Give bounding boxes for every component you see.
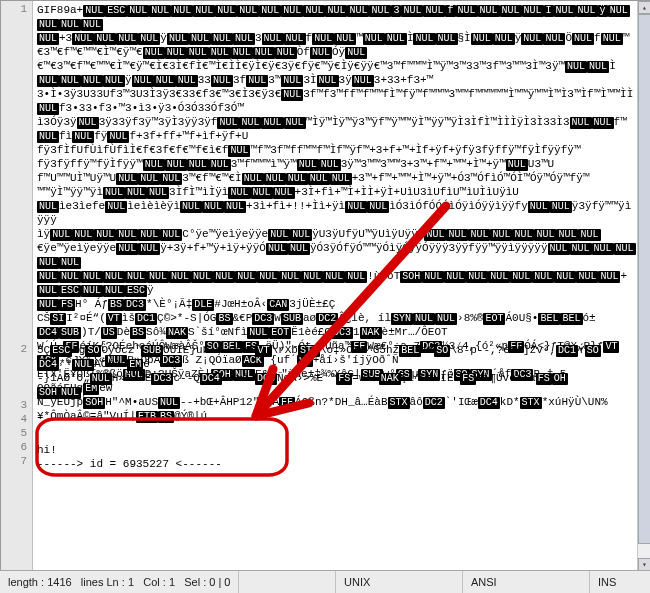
text-content[interactable]: GIF89a+NULESCNULNULNULNULNULNULNULNULNUL… — [37, 3, 637, 569]
line-number-gutter: 1 2 3 4 5 6 7 — [1, 1, 33, 571]
line-number: 5 — [1, 427, 27, 439]
vertical-scrollbar[interactable]: ▴ ▾ — [637, 1, 650, 571]
status-spacer — [239, 571, 336, 593]
scrollbar-thumb[interactable] — [638, 14, 650, 544]
line-number: 4 — [1, 413, 27, 425]
blank-line — [37, 401, 222, 415]
line-number: 2 — [1, 343, 27, 355]
lines-label: lines — [81, 576, 104, 588]
lines-value: Ln : 1 — [107, 576, 135, 588]
hidden-message-hi: hi! — [37, 443, 222, 457]
sel-label: Sel : — [184, 576, 206, 588]
status-bar: length : 1416 lines Ln : 1 Col : 1 Sel :… — [0, 570, 650, 593]
col-value: 1 — [169, 576, 175, 588]
blank-line — [37, 415, 222, 429]
blank-line — [37, 429, 222, 443]
col-label: Col : — [143, 576, 166, 588]
length-value: 1416 — [47, 576, 71, 588]
hidden-message-id: ------> id = 6935227 <------ — [37, 457, 222, 471]
editor-pane: 1 2 3 4 5 6 7 GIF89a+NULESCNULNULNULNULN… — [0, 0, 650, 572]
line-number: 1 — [1, 3, 27, 15]
length-label: length : — [8, 576, 44, 588]
status-encoding: ANSI — [463, 571, 590, 593]
status-mode: INS — [590, 571, 650, 593]
status-eol: UNIX — [336, 571, 463, 593]
status-length: length : 1416 lines Ln : 1 Col : 1 Sel :… — [0, 571, 239, 593]
line-number: 3 — [1, 399, 27, 411]
binary-line-2: 5ÇESCkgSOÒÿöczˆSUBÔUÌE}uÞ¹m´Ö9XœVT\rXbST… — [37, 343, 601, 399]
line-number: 7 — [1, 455, 27, 467]
line-number: 6 — [1, 441, 27, 453]
sel-value: 0 | 0 — [209, 576, 230, 588]
scroll-up-button[interactable]: ▴ — [638, 1, 650, 14]
